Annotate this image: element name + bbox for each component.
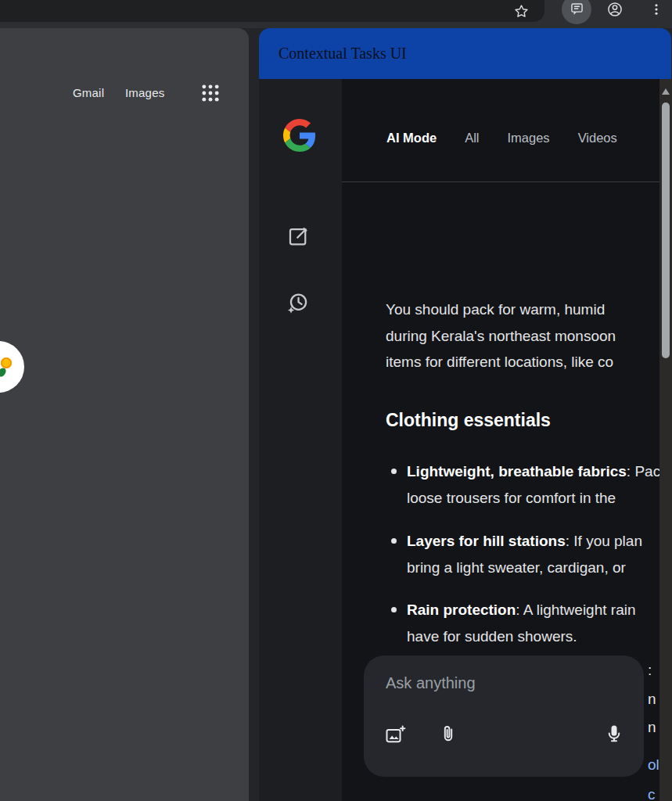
history-icon[interactable]	[286, 290, 311, 315]
bullet-item: Lightweight, breathable fabrics: Pack lo…	[386, 458, 659, 511]
answer-line: during Kerala's northeast monsoon	[386, 323, 659, 350]
bullet-text: : Pack	[627, 463, 659, 480]
answer-line: items for different locations, like co	[386, 349, 659, 375]
bookmark-star-icon[interactable]	[513, 3, 530, 20]
clipped-link-fragment: ol	[648, 756, 659, 774]
flower-icon	[1, 357, 12, 368]
bullet-term: Rain protection	[407, 602, 516, 618]
clipped-text-fragment: n	[648, 691, 656, 708]
images-link[interactable]: Images	[125, 86, 164, 99]
clipped-text-fragment: :	[648, 662, 652, 679]
mic-icon[interactable]	[603, 723, 625, 745]
tabs-divider	[342, 181, 659, 182]
bullet-term: Lightweight, breathable fabrics	[407, 463, 627, 480]
ask-input[interactable]	[386, 674, 613, 692]
menu-dots-icon[interactable]	[649, 2, 663, 16]
doodle-circle[interactable]	[0, 341, 24, 393]
panel-sidebar	[259, 79, 342, 801]
scroll-up-arrow[interactable]	[662, 88, 670, 95]
compose-icon[interactable]	[287, 224, 311, 248]
answer-intro: You should pack for warm, humid during K…	[386, 296, 659, 375]
attachment-icon[interactable]	[437, 723, 459, 745]
bullet-item: Layers for hill stations: If you plan br…	[386, 528, 659, 580]
answer-section-heading: Clothing essentials	[386, 410, 551, 431]
bullet-text: : If you plan	[566, 533, 642, 549]
tab-videos[interactable]: Videos	[578, 131, 617, 145]
bullet-item: Rain protection: A lightweight rain have…	[386, 597, 659, 649]
apps-grid-icon[interactable]	[199, 82, 221, 104]
google-homepage: Gmail Images	[0, 28, 249, 801]
search-tabs: AI Mode All Images Videos	[386, 131, 617, 145]
tab-ai-mode[interactable]: AI Mode	[386, 131, 437, 145]
bullet-term: Layers for hill stations	[407, 533, 566, 549]
browser-toolbar	[0, 0, 672, 28]
address-bar[interactable]	[0, 0, 544, 22]
add-image-icon[interactable]	[384, 724, 406, 746]
bullet-text: : A lightweight rain	[516, 602, 635, 618]
bullet-text: bring a light sweater, cardigan, or	[407, 555, 659, 581]
contextual-tasks-side-panel: Contextual Tasks UI	[259, 28, 672, 801]
tab-images[interactable]: Images	[508, 131, 550, 145]
gmail-link[interactable]: Gmail	[73, 86, 104, 99]
bullet-text: loose trousers for comfort in the	[407, 485, 659, 512]
clipped-text-fragment: n	[648, 719, 656, 736]
panel-title-bar: Contextual Tasks UI	[259, 28, 671, 79]
answer-line: You should pack for warm, humid	[386, 296, 659, 323]
tab-all[interactable]: All	[465, 131, 479, 145]
profile-icon[interactable]	[606, 1, 623, 18]
google-logo[interactable]	[283, 119, 316, 152]
bullet-text: have for sudden showers.	[407, 623, 659, 650]
panel-scrollbar[interactable]	[659, 79, 672, 801]
scrollbar-thumb[interactable]	[662, 102, 670, 358]
ai-mode-results: AI Mode All Images Videos You should pac…	[342, 79, 659, 801]
clipped-link-fragment: c	[648, 786, 656, 801]
ask-anything-box[interactable]	[364, 656, 644, 777]
panel-title: Contextual Tasks UI	[279, 45, 407, 63]
side-panel-chat-icon[interactable]	[569, 2, 585, 18]
